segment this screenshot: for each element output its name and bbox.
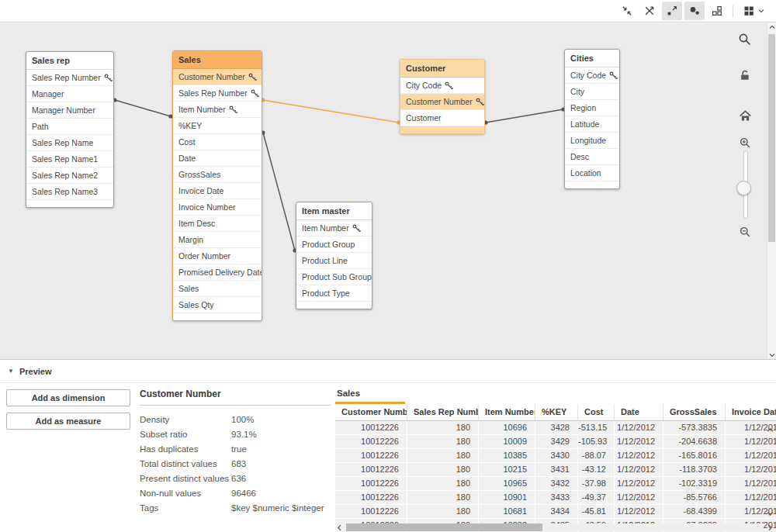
table-scroll-right-icon[interactable]	[767, 524, 773, 531]
table-field[interactable]: Desc	[565, 149, 619, 165]
table-field[interactable]: Product Group	[296, 237, 372, 253]
search-icon[interactable]	[736, 33, 754, 47]
table-field[interactable]: Sales	[173, 281, 262, 297]
table-field[interactable]: Path	[26, 119, 113, 135]
zoom-in-icon[interactable]	[736, 136, 754, 149]
table-field[interactable]: Region	[565, 100, 619, 116]
table-field[interactable]: Item Number	[173, 102, 262, 118]
scroll-down-icon[interactable]	[768, 353, 775, 358]
table-field[interactable]: Latitude	[565, 116, 619, 133]
table-field[interactable]: GrossSales	[173, 167, 262, 183]
table-row[interactable]: 10012226180100093429-105.931/12/2012-204…	[335, 435, 776, 449]
bubbles-view-icon[interactable]	[684, 2, 705, 20]
table-field[interactable]: Product Line	[296, 253, 372, 269]
add-as-dimension-button[interactable]: Add as dimension	[6, 389, 130, 406]
table-field[interactable]: Manager	[26, 86, 113, 102]
table-cell: -68.4399	[663, 505, 725, 518]
table-title[interactable]: Item master	[296, 202, 372, 220]
table-field[interactable]: Promised Delivery Date	[173, 264, 262, 281]
table-cell: 1/12/2012	[615, 477, 663, 490]
table-field[interactable]: Item Number	[296, 220, 372, 237]
table-field[interactable]: Location	[565, 165, 619, 181]
column-header[interactable]: Date	[615, 404, 663, 420]
layout-icon[interactable]	[707, 2, 727, 20]
table-field[interactable]: Customer	[400, 110, 484, 126]
column-header[interactable]: GrossSales	[663, 404, 726, 420]
table-field[interactable]: %KEY	[173, 118, 262, 134]
stat-label: Density	[140, 413, 231, 427]
table-field[interactable]: Margin	[173, 232, 262, 248]
table-field[interactable]: Invoice Date	[173, 183, 262, 199]
table-field[interactable]: City Code	[565, 67, 619, 84]
table-row[interactable]: 10012226180109653432-37.981/12/2012-102.…	[335, 477, 776, 491]
table-field[interactable]: Manager Number	[26, 102, 113, 119]
table-title[interactable]: Customer	[400, 60, 484, 78]
connector-salesrep-sales[interactable]	[113, 98, 172, 118]
column-header[interactable]: Sales Rep Number	[407, 404, 479, 420]
expand-all-icon[interactable]	[662, 2, 682, 20]
table-field[interactable]: Sales Rep Name1	[26, 151, 113, 168]
lock-open-icon[interactable]	[736, 69, 754, 81]
table-cell: 10012226	[335, 477, 407, 490]
table-row[interactable]: 10012226180109013433-49.371/12/2012-85.5…	[335, 491, 776, 505]
zoom-slider-thumb[interactable]	[736, 181, 751, 195]
table-field[interactable]: Sales Rep Name2	[26, 168, 113, 184]
scroll-up-icon[interactable]	[768, 25, 775, 29]
table-row[interactable]: 10012226180103853430-88.071/12/2012-165.…	[335, 449, 776, 463]
model-table-sales-rep[interactable]: Sales repSales Rep NumberManagerManager …	[26, 51, 114, 208]
table-title[interactable]: Sales	[173, 51, 262, 69]
add-as-measure-button[interactable]: Add as measure	[6, 413, 130, 430]
table-field[interactable]: Product Type	[296, 285, 372, 302]
table-hscroll-thumb[interactable]	[346, 523, 542, 531]
table-field[interactable]: Date	[173, 150, 262, 167]
column-header[interactable]: Cost	[578, 404, 615, 420]
table-row[interactable]: 10012226180106963428-513.151/12/2012-573…	[335, 421, 776, 435]
table-field[interactable]: Product Sub Group	[296, 269, 372, 285]
table-field[interactable]: Customer Number	[400, 94, 484, 110]
canvas-scroll-thumb[interactable]	[768, 34, 775, 242]
table-field[interactable]: Item Desc	[173, 216, 262, 232]
field-stats: Customer Number Density100%Subset ratio9…	[140, 389, 331, 516]
column-header[interactable]: Customer Number	[335, 404, 407, 420]
table-field[interactable]: Customer Number	[173, 69, 262, 85]
table-field[interactable]: Order Number	[173, 248, 262, 264]
table-field[interactable]: Longitude	[565, 133, 619, 149]
table-scroll-up-icon[interactable]	[767, 427, 774, 433]
table-title[interactable]: Sales rep	[26, 52, 113, 70]
home-icon[interactable]	[736, 109, 754, 123]
preview-header[interactable]: ▼ Preview	[0, 360, 776, 383]
model-canvas[interactable]: Sales repSales Rep NumberManagerManager …	[0, 23, 776, 359]
model-table-item-master[interactable]: Item masterItem NumberProduct GroupProdu…	[296, 202, 372, 309]
zoom-out-icon[interactable]	[736, 226, 754, 238]
table-field[interactable]: Sales Rep Name3	[26, 184, 113, 200]
table-horizontal-scrollbar[interactable]	[346, 523, 764, 531]
grid-view-icon[interactable]	[739, 2, 768, 20]
table-scroll-left-icon[interactable]	[337, 524, 342, 531]
column-header[interactable]: Invoice Date	[726, 404, 776, 420]
table-field[interactable]: Cost	[173, 134, 262, 150]
table-field[interactable]: Invoice Number	[173, 199, 262, 216]
table-field[interactable]: City Code	[400, 78, 484, 94]
collapse-all-icon[interactable]	[617, 2, 637, 20]
connector-customer-cities[interactable]	[483, 107, 565, 124]
unlink-icon[interactable]	[639, 2, 660, 20]
connector-sales-itemmaster[interactable]	[261, 130, 296, 252]
model-table-cities[interactable]: CitiesCity CodeCityRegionLatitudeLongitu…	[564, 49, 620, 189]
stat-label: Tags	[140, 501, 231, 516]
canvas-vertical-scrollbar[interactable]	[767, 23, 776, 359]
table-row[interactable]: 10012226180106813434-45.811/12/2012-68.4…	[335, 505, 776, 519]
table-row[interactable]: 10012226180102153431-43.121/12/2012-118.…	[335, 463, 776, 477]
table-title[interactable]: Cities	[565, 50, 619, 67]
table-tab-sales[interactable]: Sales	[335, 383, 405, 404]
column-header[interactable]: %KEY	[535, 404, 578, 420]
model-table-customer[interactable]: CustomerCity CodeCustomer NumberCustomer	[400, 59, 485, 134]
table-field[interactable]: City	[565, 84, 619, 100]
table-scroll-down-icon[interactable]	[767, 511, 774, 516]
connector-sales-customer[interactable]	[261, 98, 400, 124]
table-field[interactable]: Sales Rep Name	[26, 135, 113, 151]
table-field[interactable]: Sales Rep Number	[173, 85, 262, 102]
table-field[interactable]: Sales Rep Number	[26, 70, 113, 86]
column-header[interactable]: Item Number	[479, 404, 535, 420]
table-field[interactable]: Sales Qty	[173, 297, 262, 313]
model-table-sales[interactable]: SalesCustomer NumberSales Rep NumberItem…	[172, 50, 262, 321]
